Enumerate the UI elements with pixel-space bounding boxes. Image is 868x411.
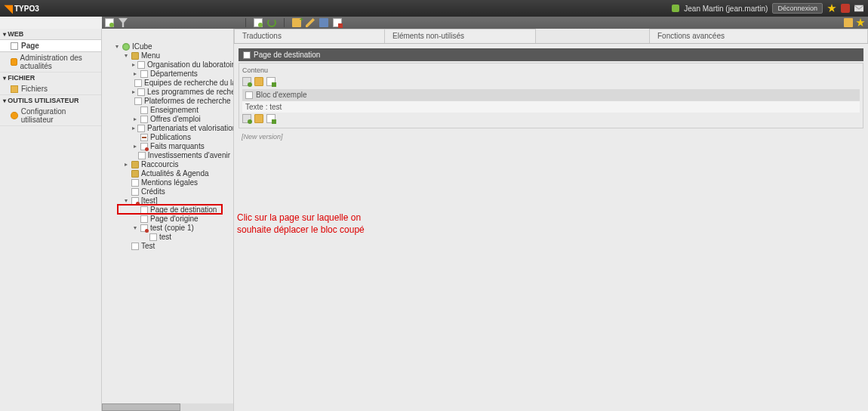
module-item-news[interactable]: Administration des actualités <box>0 52 101 72</box>
tree-node[interactable]: Investissements d'avenir <box>103 151 232 160</box>
tree-node[interactable]: Page d'origine <box>103 215 232 224</box>
delete-icon[interactable] <box>333 18 342 27</box>
tree-toggle-icon[interactable]: ▾ <box>123 196 129 206</box>
messages-icon[interactable] <box>854 4 863 13</box>
tree-node-label: test (copie 1) <box>150 224 194 233</box>
paste-below-icon[interactable] <box>254 114 263 123</box>
tab-translations[interactable]: Traductions <box>234 29 385 43</box>
tree-node[interactable]: Actualités & Agenda <box>103 169 232 178</box>
module-label: Page <box>21 42 39 50</box>
logout-button[interactable]: Déconnexion <box>772 3 823 14</box>
page-icon[interactable] <box>254 18 263 27</box>
new-record-content-icon[interactable] <box>266 77 275 86</box>
tree-node-label: Crédits <box>141 187 165 196</box>
tree-node-icon <box>131 197 139 205</box>
module-head-usertools[interactable]: OUTILS UTILISATEUR <box>0 95 101 106</box>
tree-node[interactable]: Enseignement <box>103 106 232 115</box>
annotation-text: Clic sur la page sur laquelle on souhait… <box>237 212 388 236</box>
tree-horizontal-scrollbar[interactable] <box>102 403 233 411</box>
edit-icon[interactable] <box>306 18 315 27</box>
module-item-userconfig[interactable]: Configuration utilisateur <box>0 106 101 125</box>
tree-toggle-icon[interactable]: ▸ <box>132 115 138 124</box>
tree-node[interactable]: ▾ICube <box>103 42 232 51</box>
tree-node-label: test <box>159 233 171 242</box>
new-content-below-icon[interactable] <box>242 114 251 123</box>
tree-toggle-icon[interactable]: ▾ <box>114 42 120 51</box>
tree-node[interactable]: ▸Offres d'emploi <box>103 115 232 124</box>
tree-node-label: Offres d'emploi <box>150 115 201 124</box>
page-header-icon <box>243 51 251 59</box>
paste-content-icon[interactable] <box>254 77 263 86</box>
clipboard-icon[interactable] <box>844 18 853 27</box>
module-label: Fichiers <box>21 85 48 93</box>
tree-node[interactable]: test <box>103 233 232 242</box>
tree-node-label: Page de destination <box>150 206 217 215</box>
module-item-files[interactable]: Fichiers <box>0 83 101 94</box>
tree-node-icon <box>140 70 148 78</box>
tree-toggle-icon[interactable]: ▸ <box>132 124 135 133</box>
tree-node[interactable]: Page de destination <box>103 206 232 215</box>
tree-node[interactable]: Crédits <box>103 187 232 196</box>
save-icon[interactable] <box>319 18 328 27</box>
tree-node[interactable]: ▸Départements <box>103 70 232 79</box>
new-version-link[interactable]: [New version] <box>242 131 860 142</box>
tab-advanced[interactable]: Fonctions avancées <box>649 29 868 43</box>
tree-toggle-icon[interactable]: ▸ <box>132 70 138 79</box>
tree-node-label: Investissements d'avenir <box>148 151 230 160</box>
content-block-icon <box>245 91 253 99</box>
tree-node-icon <box>137 61 145 69</box>
tree-node-label: [test] <box>141 196 158 206</box>
tree-node-icon <box>140 206 148 214</box>
content-block-header[interactable]: Bloc d'exemple <box>242 89 860 100</box>
new-record-below-icon[interactable] <box>266 114 275 123</box>
tree-node[interactable]: Mentions légales <box>103 178 232 187</box>
brand-logo: ◥ TYPO3 <box>5 2 39 14</box>
bookmark-page-icon[interactable] <box>856 18 865 27</box>
tree-node-label: Actualités & Agenda <box>141 169 209 178</box>
cache-icon[interactable] <box>841 4 850 13</box>
tree-node[interactable]: ▸Partenariats et valorisation <box>103 124 232 133</box>
tree-node-label: Page d'origine <box>150 215 199 224</box>
news-module-icon <box>11 58 17 66</box>
filter-icon[interactable] <box>119 18 128 27</box>
tree-node[interactable]: ▾test (copie 1) <box>103 224 232 233</box>
page-tree: ▾ICube▾Menu▸Organisation du laboratoire … <box>102 29 233 252</box>
tree-toggle-icon[interactable]: ▸ <box>123 160 129 169</box>
tree-toggle-icon[interactable]: ▸ <box>132 142 138 151</box>
tree-node[interactable]: ▸Organisation du laboratoire ICube <box>103 60 232 70</box>
tree-node[interactable]: Plateformes de recherche <box>103 97 232 106</box>
page-module-icon <box>11 42 18 50</box>
page-header: Page de destination <box>239 48 863 61</box>
tree-node[interactable]: Test <box>103 242 232 251</box>
tree-node-icon <box>134 79 142 87</box>
tree-scrollbar-thumb[interactable] <box>102 403 180 411</box>
page-header-title: Page de destination <box>254 51 320 59</box>
tree-node[interactable]: ▾[test] <box>103 196 232 206</box>
tree-node[interactable]: ▸Raccourcis <box>103 160 232 169</box>
new-page-icon[interactable] <box>105 18 114 27</box>
tree-toggle-icon[interactable]: ▸ <box>132 60 135 70</box>
tree-node[interactable]: ▸Les programmes de recherche transversau… <box>103 88 232 97</box>
tree-node[interactable]: Equipes de recherche du laboratoire ICub… <box>103 79 232 88</box>
bookmark-icon[interactable] <box>827 4 836 13</box>
tree-node-label: Partenariats et valorisation <box>147 124 234 133</box>
files-module-icon <box>11 85 18 93</box>
module-head-file[interactable]: FICHIER <box>0 73 101 83</box>
content-top-actions <box>242 76 860 88</box>
module-label: Configuration utilisateur <box>21 107 98 124</box>
new-record-icon[interactable] <box>292 18 301 27</box>
toolbar-separator <box>284 18 285 27</box>
module-head-web[interactable]: WEB <box>0 29 101 39</box>
refresh-icon[interactable] <box>267 18 276 27</box>
tree-node[interactable]: Publications <box>103 133 232 142</box>
new-content-icon[interactable] <box>242 77 251 86</box>
tree-node[interactable]: ▾Menu <box>103 51 232 60</box>
tree-node[interactable]: ▸Faits marquants <box>103 142 232 151</box>
tree-node-icon <box>140 116 148 123</box>
tree-toggle-icon[interactable]: ▾ <box>123 51 129 60</box>
tree-toggle-icon[interactable]: ▾ <box>132 224 138 233</box>
tree-toggle-icon[interactable]: ▸ <box>132 88 135 97</box>
tab-unused[interactable]: Eléments non-utilisés <box>385 29 536 43</box>
module-item-page[interactable]: Page <box>0 39 101 52</box>
content-area: Contenu Bloc d'exemple Texte : test <box>239 63 863 128</box>
